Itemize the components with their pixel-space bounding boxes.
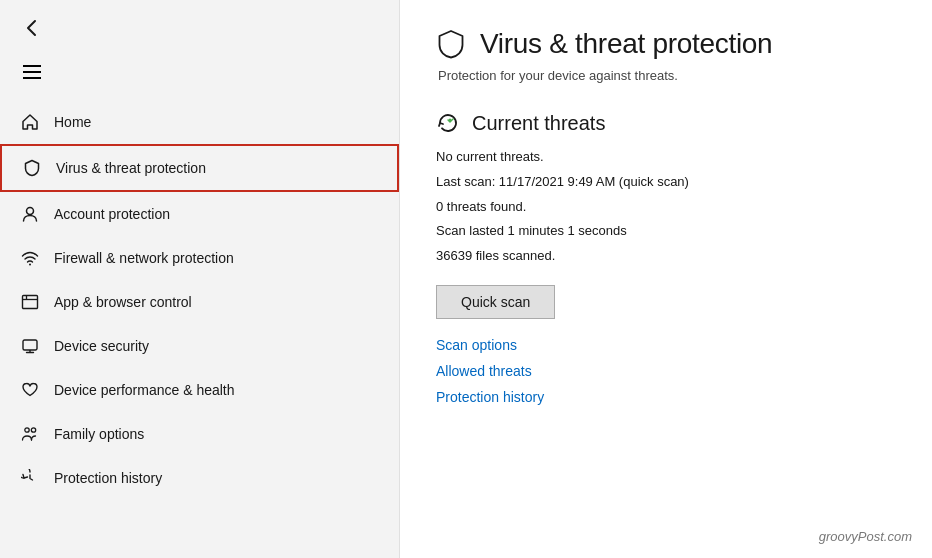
sidebar-item-virus-label: Virus & threat protection <box>56 160 206 176</box>
section-header: Current threats <box>436 111 896 135</box>
sidebar-item-account[interactable]: Account protection <box>0 192 399 236</box>
history-icon <box>20 468 40 488</box>
scan-duration-text: Scan lasted 1 minutes 1 seconds <box>436 221 896 242</box>
allowed-threats-link[interactable]: Allowed threats <box>436 363 896 379</box>
sidebar-item-perf-label: Device performance & health <box>54 382 235 398</box>
sidebar-item-firewall-label: Firewall & network protection <box>54 250 234 266</box>
threats-found-text: 0 threats found. <box>436 197 896 218</box>
page-header-icon <box>436 29 466 59</box>
sidebar-item-family[interactable]: Family options <box>0 412 399 456</box>
sidebar-item-device-performance[interactable]: Device performance & health <box>0 368 399 412</box>
page-title: Virus & threat protection <box>480 28 772 60</box>
no-threats-text: No current threats. <box>436 147 896 168</box>
account-icon <box>20 204 40 224</box>
sidebar-item-family-label: Family options <box>54 426 144 442</box>
back-button[interactable] <box>16 12 48 44</box>
sidebar-item-virus-threat[interactable]: Virus & threat protection <box>0 144 399 192</box>
menu-button[interactable] <box>16 56 48 88</box>
back-icon <box>23 19 41 37</box>
sidebar-item-protection-history[interactable]: Protection history <box>0 456 399 500</box>
files-scanned-text: 36639 files scanned. <box>436 246 896 267</box>
home-icon <box>20 112 40 132</box>
section-title: Current threats <box>472 112 605 135</box>
svg-point-8 <box>25 428 29 432</box>
sidebar-item-account-label: Account protection <box>54 206 170 222</box>
page-header: Virus & threat protection <box>436 28 896 60</box>
last-scan-text: Last scan: 11/17/2021 9:49 AM (quick sca… <box>436 172 896 193</box>
section-refresh-icon <box>436 111 460 135</box>
protection-history-link[interactable]: Protection history <box>436 389 896 405</box>
sidebar-item-firewall[interactable]: Firewall & network protection <box>0 236 399 280</box>
sidebar-top-controls <box>0 0 399 92</box>
shield-icon <box>22 158 42 178</box>
svg-rect-5 <box>23 340 37 350</box>
page-subtitle: Protection for your device against threa… <box>438 68 896 83</box>
sidebar-item-app-label: App & browser control <box>54 294 192 310</box>
svg-point-1 <box>29 264 31 266</box>
svg-point-9 <box>31 428 35 432</box>
svg-point-0 <box>27 208 34 215</box>
svg-rect-2 <box>23 296 38 309</box>
wifi-icon <box>20 248 40 268</box>
app-browser-icon <box>20 292 40 312</box>
family-icon <box>20 424 40 444</box>
main-content: Virus & threat protection Protection for… <box>400 0 932 558</box>
quick-scan-button[interactable]: Quick scan <box>436 285 555 319</box>
sidebar-item-device-security[interactable]: Device security <box>0 324 399 368</box>
watermark: groovyPost.com <box>819 529 912 544</box>
device-security-icon <box>20 336 40 356</box>
sidebar-item-device-label: Device security <box>54 338 149 354</box>
sidebar-item-history-label: Protection history <box>54 470 162 486</box>
scan-options-link[interactable]: Scan options <box>436 337 896 353</box>
nav-list: Home Virus & threat protection Account p… <box>0 100 399 500</box>
sidebar-item-home[interactable]: Home <box>0 100 399 144</box>
links-section: Scan options Allowed threats Protection … <box>436 337 896 405</box>
sidebar-item-app-browser[interactable]: App & browser control <box>0 280 399 324</box>
heart-icon <box>20 380 40 400</box>
sidebar: Home Virus & threat protection Account p… <box>0 0 400 558</box>
sidebar-item-home-label: Home <box>54 114 91 130</box>
